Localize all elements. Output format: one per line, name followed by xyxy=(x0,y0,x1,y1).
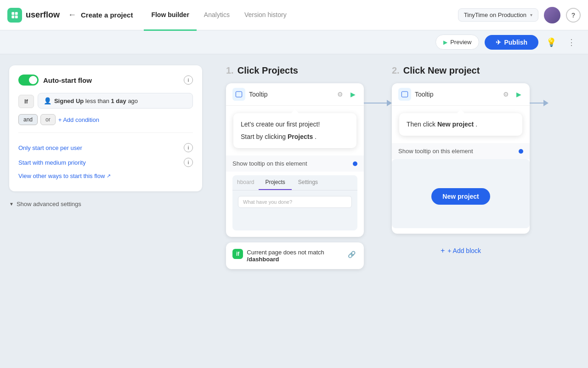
tooltip-bubble: Let's create our first project! Start by… xyxy=(233,113,356,148)
svg-rect-4 xyxy=(236,92,242,97)
mock-tab-settings[interactable]: Settings xyxy=(292,175,324,190)
tooltip-bold: Projects xyxy=(288,133,313,140)
and-or-row: and or + Add condition xyxy=(18,114,193,125)
if-current-page: Current page xyxy=(247,249,282,256)
if-condition-row: if Current page does not match /dashboar… xyxy=(232,249,357,263)
publish-button[interactable]: ✈ Publish xyxy=(485,35,538,50)
tooltip-end: . xyxy=(315,133,317,140)
tooltip-line1: Let's create our first project! xyxy=(241,120,349,129)
step-2-show-tooltip-row: Show tooltip on this element xyxy=(392,143,530,159)
if-condition-card: if Current page does not match /dashboar… xyxy=(226,242,364,269)
and-button[interactable]: and xyxy=(18,114,38,125)
toggle-label: Auto-start flow xyxy=(18,75,92,86)
condition-signed-up: Signed Up xyxy=(54,98,84,104)
step-2-show-tooltip-label: Show tooltip on this element xyxy=(398,148,473,155)
step-2-tooltip-content: Then click New project . xyxy=(392,106,530,143)
step-2-tooltip-bubble: Then click New project . xyxy=(399,113,522,136)
step-1-tooltip-card: Tooltip ⚙ ▶ Let's create our first proje… xyxy=(226,83,364,237)
publish-label: Publish xyxy=(504,39,527,46)
step-2-content-bold: New project xyxy=(437,121,474,128)
logo-text: userflow xyxy=(26,10,60,20)
step-2-gear-button[interactable]: ⚙ xyxy=(501,89,511,100)
add-condition-button[interactable]: + Add condition xyxy=(58,115,99,125)
if-operator: does not match xyxy=(283,249,324,256)
nav-tabs: Flow builder Analytics Version history xyxy=(144,0,294,30)
tooltip-line2: Start by clicking Projects . xyxy=(241,132,349,142)
step-2-arrow-area xyxy=(530,65,548,114)
only-start-label[interactable]: Only start once per user xyxy=(18,144,82,151)
chevron-down-icon: ▾ xyxy=(530,12,532,17)
auto-start-card: Auto-start flow i If 👤 Signed Up less th… xyxy=(9,65,202,191)
connector-line-2 xyxy=(530,103,543,104)
step-2-card-title: Tooltip xyxy=(415,91,498,98)
view-other-label: View other ways to start this flow xyxy=(18,172,105,179)
flow-card-header: Tooltip ⚙ ▶ xyxy=(226,83,364,106)
mock-input-placeholder: What have you done? xyxy=(238,196,352,208)
step-2-play-button[interactable]: ▶ xyxy=(514,89,523,100)
plus-icon: + xyxy=(441,247,445,255)
or-button[interactable]: or xyxy=(40,114,56,125)
step-1-header: 1. Click Projects xyxy=(226,65,298,76)
step-2-tooltip-icon xyxy=(398,88,411,101)
auto-start-header: Auto-start flow i xyxy=(18,75,193,86)
back-button[interactable]: ← xyxy=(65,7,79,23)
more-options-button[interactable]: ⋮ xyxy=(564,35,579,50)
info-icon[interactable]: i xyxy=(184,75,193,85)
mock-tab-projects[interactable]: Projects xyxy=(259,175,291,190)
step-2-connector-dot xyxy=(519,149,523,154)
preview-button[interactable]: ▶ Preview xyxy=(435,34,479,50)
step-2-content-prefix: Then click xyxy=(407,121,437,128)
new-project-mock-button: New project xyxy=(431,188,490,205)
env-selector[interactable]: TinyTime on Production ▾ xyxy=(458,8,538,22)
send-icon: ✈ xyxy=(496,39,501,46)
if-card-content: Current page does not match /dashboard xyxy=(247,249,342,263)
toolbar: ▶ Preview ✈ Publish 💡 ⋮ xyxy=(0,30,588,54)
step-2-header: 2. Click New project xyxy=(392,65,480,76)
lightbulb-button[interactable]: 💡 xyxy=(544,35,559,50)
link-icon-button[interactable]: 🔗 xyxy=(346,249,357,260)
svg-rect-5 xyxy=(401,92,407,97)
condition-suffix: ago xyxy=(128,98,138,104)
logo-area: userflow xyxy=(7,8,60,23)
chevron-down-icon: ▼ xyxy=(9,201,14,207)
tooltip-type-icon xyxy=(232,88,245,101)
add-block-button[interactable]: + + Add block xyxy=(441,243,481,259)
tab-analytics[interactable]: Analytics xyxy=(197,0,237,31)
preview-label: Preview xyxy=(450,39,471,46)
show-advanced-label: Show advanced settings xyxy=(17,201,81,207)
top-nav: userflow ← Create a project Flow builder… xyxy=(0,0,588,30)
mock-tabs: hboard Projects Settings xyxy=(232,175,357,190)
help-button[interactable]: ? xyxy=(566,8,581,23)
svg-rect-0 xyxy=(11,12,14,15)
flow-card-title: Tooltip xyxy=(249,91,332,98)
priority-info-icon[interactable]: i xyxy=(184,158,193,167)
mock-tab-dashboard: hboard xyxy=(232,175,259,190)
condition-pill[interactable]: 👤 Signed Up less than 1 day ago xyxy=(38,93,193,109)
page-title: Create a project xyxy=(81,11,133,19)
step-2-card-header: Tooltip ⚙ ▶ xyxy=(392,83,530,106)
priority-label[interactable]: Start with medium priority xyxy=(18,159,86,166)
avatar[interactable] xyxy=(544,7,560,23)
show-advanced-button[interactable]: ▼ Show advanced settings xyxy=(9,201,81,207)
auto-start-toggle[interactable] xyxy=(18,75,39,86)
view-other-row[interactable]: View other ways to start this flow ↗ xyxy=(18,170,193,182)
divider xyxy=(18,132,193,133)
connector-dot xyxy=(353,161,357,166)
if-badge-green: if xyxy=(232,249,243,259)
condition-value: 1 day xyxy=(111,98,126,104)
if-value: /dashboard xyxy=(247,256,279,263)
user-icon: 👤 xyxy=(44,97,51,104)
connector-arrow-2 xyxy=(543,100,548,106)
only-start-info-icon[interactable]: i xyxy=(184,143,193,152)
priority-row: Start with medium priority i xyxy=(18,155,193,170)
tab-version-history[interactable]: Version history xyxy=(237,0,294,31)
play-button[interactable]: ▶ xyxy=(349,89,357,100)
add-block-label: + Add block xyxy=(447,247,481,254)
canvas-inner: 1. Click Projects Tooltip ⚙ ▶ xyxy=(226,65,573,275)
step-arrow-area xyxy=(364,65,392,114)
step-2-content-suffix: . xyxy=(475,121,477,128)
left-panel: Auto-start flow i If 👤 Signed Up less th… xyxy=(0,54,211,368)
gear-button[interactable]: ⚙ xyxy=(335,89,345,100)
tab-flow-builder[interactable]: Flow builder xyxy=(144,0,196,31)
only-start-row: Only start once per user i xyxy=(18,140,193,155)
